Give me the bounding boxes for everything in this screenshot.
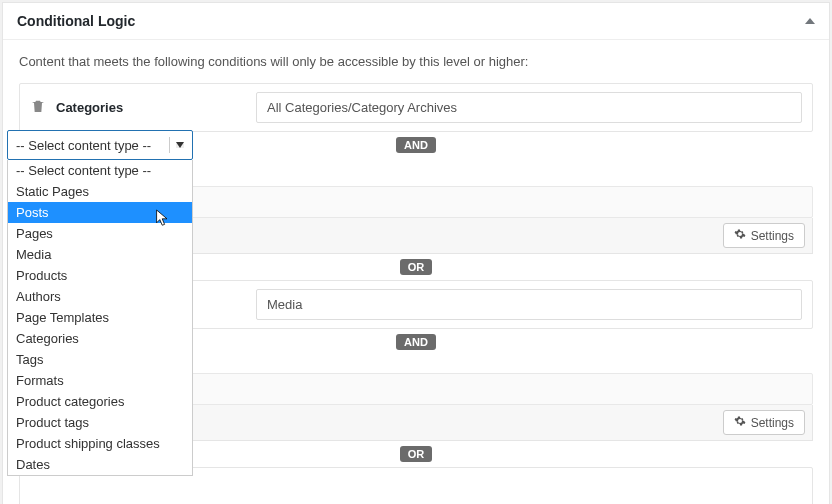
or-badge: OR (400, 259, 433, 275)
panel-title: Conditional Logic (17, 13, 135, 29)
and-badge: AND (396, 334, 436, 350)
trash-icon[interactable] (30, 98, 46, 117)
select-dropdown: -- Select content type --Static PagesPos… (7, 160, 193, 476)
rule-row: Categories All Categories/Category Archi… (20, 84, 812, 131)
select-option[interactable]: Page Templates (8, 307, 192, 328)
gear-icon (734, 228, 746, 243)
select-placeholder: -- Select content type -- (16, 138, 151, 153)
select-option[interactable]: Tags (8, 349, 192, 370)
select-option[interactable]: Dates (8, 454, 192, 475)
select-option[interactable]: Product categories (8, 391, 192, 412)
rule-name: Categories (56, 100, 123, 115)
chevron-down-icon (169, 137, 184, 153)
rule-value-input[interactable]: All Categories/Category Archives (256, 92, 802, 123)
rule-group: Categories All Categories/Category Archi… (19, 83, 813, 132)
or-badge: OR (400, 446, 433, 462)
description-text: Content that meets the following conditi… (19, 54, 813, 69)
collapse-icon[interactable] (805, 18, 815, 24)
rule-value-input[interactable]: Media (256, 289, 802, 320)
select-option[interactable]: Posts (8, 202, 192, 223)
content-type-select[interactable]: -- Select content type -- -- Select cont… (7, 130, 193, 476)
panel-body: Content that meets the following conditi… (3, 40, 829, 504)
panel-header: Conditional Logic (3, 3, 829, 40)
select-option[interactable]: -- Select content type -- (8, 160, 192, 181)
and-badge: AND (396, 137, 436, 153)
rule-label-area: Categories (30, 98, 246, 117)
settings-button[interactable]: Settings (723, 410, 805, 435)
settings-label: Settings (751, 229, 794, 243)
select-option[interactable]: Pages (8, 223, 192, 244)
select-option[interactable]: Authors (8, 286, 192, 307)
select-option[interactable]: Products (8, 265, 192, 286)
select-option[interactable]: Product tags (8, 412, 192, 433)
conditional-logic-panel: Conditional Logic Content that meets the… (2, 2, 830, 504)
select-option[interactable]: Categories (8, 328, 192, 349)
select-head[interactable]: -- Select content type -- (7, 130, 193, 160)
select-option[interactable]: Formats (8, 370, 192, 391)
select-option[interactable]: Static Pages (8, 181, 192, 202)
settings-label: Settings (751, 416, 794, 430)
settings-button[interactable]: Settings (723, 223, 805, 248)
select-option[interactable]: Media (8, 244, 192, 265)
select-option[interactable]: Product shipping classes (8, 433, 192, 454)
gear-icon (734, 415, 746, 430)
